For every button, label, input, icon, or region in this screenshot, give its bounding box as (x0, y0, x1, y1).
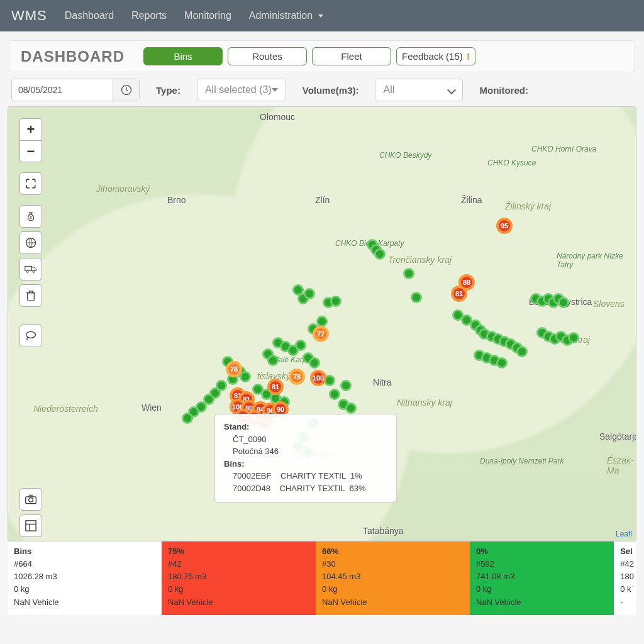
zoom-out-button[interactable]: − (20, 140, 42, 162)
truck-tool-button[interactable] (19, 258, 42, 280)
date-picker-button[interactable] (113, 79, 139, 101)
volume-label: Volume(m3): (303, 85, 359, 96)
bin-icon (26, 289, 36, 302)
stats-green[interactable]: 0% #592 741.08 m3 0 kg NaN Vehicle (470, 541, 614, 615)
nav-reports[interactable]: Reports (131, 10, 167, 21)
nav-admin-label: Administration (249, 10, 313, 21)
map-pin-green[interactable] (558, 297, 569, 308)
map-pin-green[interactable] (345, 402, 357, 414)
type-select[interactable]: All selected (3) (197, 79, 286, 101)
map-pin-green[interactable] (496, 357, 508, 369)
stats-total-title: Bins (14, 545, 155, 558)
zoom-in-button[interactable]: + (20, 119, 42, 140)
chevron-down-icon (272, 88, 278, 92)
tab-bins[interactable]: Bins (143, 47, 223, 65)
stats-green-count: #592 (476, 558, 608, 570)
cost-tool-button[interactable]: $ (19, 205, 42, 228)
popup-stand-label: Stand: (224, 421, 385, 433)
volume-value: All (383, 84, 394, 96)
filter-bar: Type: All selected (3) Volume(m3): All M… (0, 79, 644, 106)
map-pin-green[interactable] (330, 296, 341, 307)
map-pin-red[interactable]: 100 (310, 370, 326, 386)
chevron-down-icon (318, 14, 323, 18)
lasso-icon (25, 330, 37, 341)
map-pin-orange[interactable]: 77 (313, 326, 329, 342)
stats-row: Bins #664 1026.28 m3 0 kg NaN Vehicle 75… (8, 541, 636, 615)
type-label: Type: (156, 85, 180, 96)
svg-point-7 (26, 331, 36, 338)
map-pin-green[interactable] (403, 268, 414, 279)
bin-tool-button[interactable] (19, 284, 42, 307)
tab-fleet[interactable]: Fleet (312, 47, 391, 65)
layout-icon (25, 520, 36, 531)
nav-administration[interactable]: Administration (249, 10, 323, 21)
nav-monitoring[interactable]: Monitoring (184, 10, 231, 21)
stats-orange[interactable]: 66% #30 104.45 m3 0 kg NaN Vehicle (316, 541, 470, 615)
screenshot-button[interactable] (19, 488, 42, 511)
map-pin-green[interactable] (568, 332, 579, 343)
map-pin-red[interactable]: 81 (451, 286, 467, 302)
stats-orange-wt: 0 kg (322, 583, 464, 596)
map-pin-green[interactable] (267, 355, 279, 366)
map-pin-red[interactable]: 95 (496, 218, 513, 234)
popup-stand-addr: Potočná 346 (224, 445, 385, 458)
map-pin-green[interactable] (295, 340, 306, 351)
zoom-controls: + − (19, 118, 42, 162)
clock-icon (120, 84, 133, 96)
stats-green-wt: 0 kg (476, 583, 608, 596)
fullscreen-button[interactable] (19, 172, 42, 195)
top-navbar: WMS Dashboard Reports Monitoring Adminis… (0, 0, 644, 31)
map-pin-green[interactable] (340, 380, 352, 391)
map-pin-green[interactable] (516, 346, 528, 357)
globe-tool-button[interactable] (19, 231, 42, 254)
camera-icon (25, 494, 37, 504)
lasso-tool-button[interactable] (19, 325, 42, 347)
stats-red[interactable]: 75% #42 180.75 m3 0 kg NaN Vehicle (162, 541, 316, 615)
map-pin-green[interactable] (411, 292, 422, 303)
brand-logo: WMS (11, 8, 47, 24)
map-pin-orange[interactable]: 78 (289, 369, 305, 385)
stats-selected: Sel #42 180 0 k - (614, 541, 636, 615)
stats-orange-count: #30 (322, 558, 464, 570)
svg-point-9 (29, 498, 33, 502)
stats-red-pct: 75% (168, 545, 309, 558)
tab-feedback[interactable]: Feedback (15) ! (396, 47, 475, 65)
map-pin-green[interactable] (329, 389, 340, 400)
svg-rect-6 (28, 293, 35, 301)
monitored-label: Monitored: (479, 85, 528, 96)
map-tools-bottom (19, 488, 42, 537)
tab-routes[interactable]: Routes (228, 47, 307, 65)
svg-text:$: $ (30, 216, 32, 219)
stats-red-wt: 0 kg (168, 583, 309, 596)
chevron-down-icon (448, 84, 455, 96)
stats-total-veh: NaN Vehicle (14, 596, 155, 609)
map-pin-orange[interactable]: 78 (226, 361, 242, 377)
page-title: DASHBOARD (21, 48, 125, 65)
stats-sel-vol: 180 (620, 570, 630, 583)
stats-sel-title: Sel (620, 545, 630, 558)
type-value: All selected (3) (205, 84, 272, 96)
globe-icon (25, 236, 37, 249)
map-pin-red[interactable]: 81 (267, 379, 284, 395)
map-pin-green[interactable] (374, 248, 386, 260)
stats-total-wt: 0 kg (14, 583, 155, 596)
map-pin-green[interactable] (182, 413, 193, 424)
map-container[interactable]: + − $ Stand: ČT_00 (8, 106, 636, 541)
map-pin-green[interactable] (304, 288, 315, 299)
map-attribution[interactable]: Leafl (616, 530, 632, 538)
fullscreen-icon (25, 178, 36, 189)
volume-select[interactable]: All (375, 79, 463, 101)
stats-orange-vol: 104.45 m3 (322, 570, 464, 583)
svg-rect-10 (26, 521, 36, 531)
map-tools-upper (19, 172, 42, 195)
map-pin-green[interactable] (292, 284, 304, 296)
map-pin-green[interactable] (309, 357, 320, 369)
layout-button[interactable] (19, 514, 42, 537)
nav-dashboard[interactable]: Dashboard (65, 10, 114, 21)
date-input[interactable] (12, 81, 113, 99)
svg-rect-3 (25, 266, 32, 270)
date-filter (11, 79, 140, 101)
stats-sel-wt: 0 k (620, 583, 630, 596)
popup-bin-2: 70002D48 CHARITY TEXTIL 63% (224, 482, 385, 495)
stats-orange-pct: 66% (322, 545, 464, 558)
